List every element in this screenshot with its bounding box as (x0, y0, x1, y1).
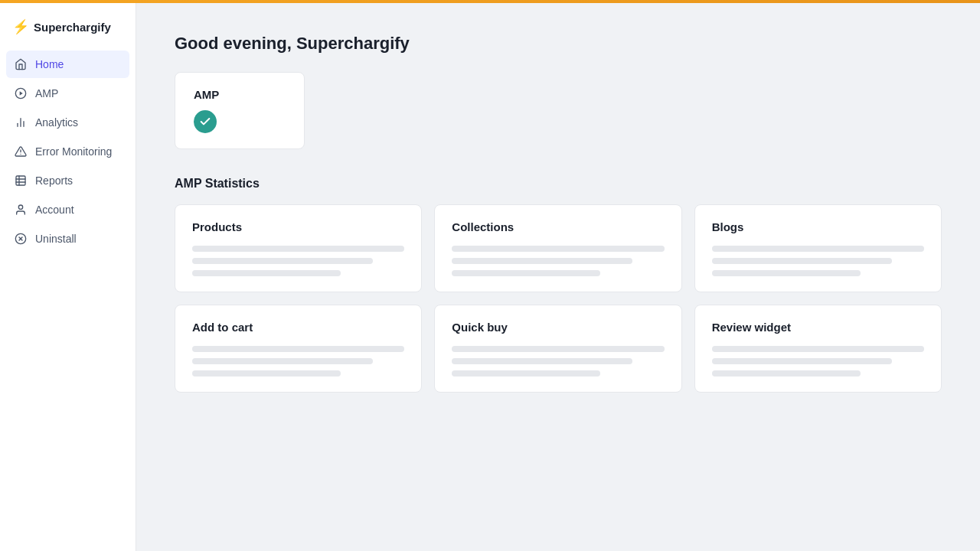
stat-card-quick-buy-title: Quick buy (452, 321, 664, 334)
amp-status-title: AMP (194, 88, 286, 101)
stat-card-add-to-cart-title: Add to cart (192, 321, 404, 334)
stat-card-add-to-cart[interactable]: Add to cart (175, 305, 422, 393)
skeleton-line (452, 270, 600, 276)
amp-icon (14, 86, 28, 100)
account-icon (14, 203, 28, 217)
sidebar-item-amp-label: AMP (35, 87, 58, 99)
skeleton-line (452, 246, 664, 252)
greeting-text: Good evening, Superchargify (175, 34, 942, 54)
sidebar: ⚡ Superchargify Home (0, 3, 136, 551)
sidebar-item-analytics-label: Analytics (35, 116, 78, 129)
sidebar-item-home[interactable]: Home (6, 51, 129, 78)
sidebar-item-error-monitoring-label: Error Monitoring (35, 145, 112, 158)
stat-card-blogs[interactable]: Blogs (694, 204, 942, 292)
home-icon (14, 57, 28, 71)
stat-card-review-widget-title: Review widget (712, 321, 924, 334)
analytics-icon (14, 116, 28, 129)
skeleton-line (192, 346, 404, 352)
skeleton-line (712, 370, 861, 377)
skeleton-line (712, 270, 861, 276)
sidebar-logo[interactable]: ⚡ Superchargify (0, 11, 136, 51)
sidebar-nav: Home AMP (0, 51, 136, 253)
stats-grid: Products Collections Blogs Ad (175, 204, 942, 393)
error-monitoring-icon (14, 145, 28, 158)
sidebar-item-error-monitoring[interactable]: Error Monitoring (6, 138, 129, 165)
skeleton-line (452, 358, 632, 364)
skeleton-line (192, 270, 341, 276)
sidebar-item-analytics[interactable]: Analytics (6, 109, 129, 136)
amp-statistics-title: AMP Statistics (175, 177, 942, 191)
sidebar-item-account-label: Account (35, 204, 74, 216)
amp-status-check-icon (194, 110, 217, 133)
stat-card-collections-title: Collections (452, 220, 664, 233)
stat-card-blogs-title: Blogs (712, 220, 924, 233)
skeleton-line (452, 258, 632, 264)
stat-card-quick-buy[interactable]: Quick buy (434, 305, 681, 393)
reports-icon (14, 174, 28, 187)
skeleton-line (452, 346, 664, 352)
sidebar-item-amp[interactable]: AMP (6, 80, 129, 107)
logo-text: Superchargify (34, 21, 111, 34)
skeleton-line (712, 246, 924, 252)
sidebar-item-home-label: Home (35, 58, 64, 70)
skeleton-line (712, 346, 924, 352)
skeleton-line (192, 246, 404, 252)
skeleton-line (192, 358, 373, 364)
svg-point-11 (18, 205, 22, 209)
svg-rect-7 (16, 176, 25, 185)
sidebar-item-uninstall[interactable]: Uninstall (6, 225, 129, 253)
skeleton-line (452, 370, 600, 377)
stat-card-products[interactable]: Products (175, 204, 422, 292)
logo-icon: ⚡ (12, 18, 29, 35)
sidebar-item-account[interactable]: Account (6, 196, 129, 223)
uninstall-icon (14, 232, 28, 246)
sidebar-item-reports-label: Reports (35, 174, 73, 187)
skeleton-line (192, 370, 341, 377)
stat-card-products-title: Products (192, 220, 404, 233)
sidebar-item-uninstall-label: Uninstall (35, 233, 77, 245)
skeleton-line (712, 358, 893, 364)
svg-marker-1 (20, 91, 23, 95)
stat-card-collections[interactable]: Collections (434, 204, 681, 292)
stat-card-review-widget[interactable]: Review widget (694, 305, 942, 393)
skeleton-line (712, 258, 893, 264)
main-content: Good evening, Superchargify AMP AMP Stat… (136, 3, 980, 551)
amp-status-card[interactable]: AMP (175, 72, 305, 149)
sidebar-item-reports[interactable]: Reports (6, 167, 129, 194)
skeleton-line (192, 258, 373, 264)
